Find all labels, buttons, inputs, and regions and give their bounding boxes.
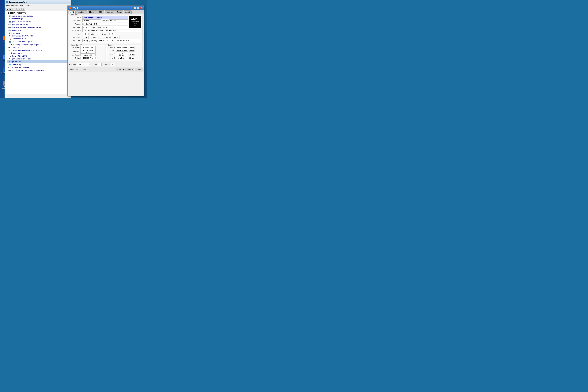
dm-help-button[interactable]: ? [13,8,16,10]
cpuz-footer-logo: CPU-Z [69,68,74,70]
dm-monitor-button[interactable]: 🖥 [22,8,25,10]
amd-model-text: 8450 [134,23,136,24]
dm-menu-file[interactable]: Файл [6,4,10,6]
list-item[interactable]: ▶ 🖥 Компьютер [7,32,71,35]
clocks-htlink-row: HT Link 1004.60 MHz [70,57,104,59]
clocks-corespeed-row: Core Speed 1054.83 MHz [70,46,104,49]
dm-expand-icon: ▶ [8,18,9,20]
list-item[interactable]: ▶ 🎮 Звуковые, игровые и видеоустройства [7,26,71,29]
tab-memory[interactable]: Memory [88,10,97,14]
list-item[interactable]: ▶ ⚙ Контроллеры IDE ATA/ATAPI [7,34,71,38]
clocks-busspeed-value: 200.92 MHz [80,54,96,56]
dm-menu-action[interactable]: Действие [11,4,18,6]
processor-spec-label: Specification [70,30,82,32]
processor-instructions-row: Instructions MMX(+), 3DNow!(+), SSE, SSE… [70,39,141,42]
cpuz-window-buttons: ─ □ ✕ [134,7,142,9]
processor-model-label: Model [89,33,95,35]
dm-menu-view[interactable]: Вид [20,4,23,6]
dm-expand-arrow: ▼ [6,12,7,14]
list-item[interactable]: ▶ 🖨 Очереди печати [7,52,71,55]
amd-logo-text: AMD⊕ [131,18,139,21]
cache-level3-row: Level 3 2 MBytes 32-way [108,57,141,59]
dm-root-icon: 🖥 [8,12,9,14]
list-item[interactable]: ▶ 💾 Дисководы гибких дисков [7,20,71,23]
list-item[interactable]: ▶ 🔌 Контроллеры USB [7,38,71,40]
dm-item-icon: 💿 [9,24,11,26]
cpuz-titlebar: Z CPU-Z ─ □ ✕ [68,6,144,10]
list-item[interactable]: ▶ 🖥 Видеоадаптеры [7,18,71,20]
tab-bench[interactable]: Bench [115,10,123,14]
list-item[interactable]: ▶ 🖱 Мыши и иные указывающие устройства [7,49,71,52]
cpuz-title-text: CPU-Z [72,7,78,9]
tab-about[interactable]: About [124,10,132,14]
dm-menu-help[interactable]: Справка [25,4,31,6]
dm-item-icon: 🔊 [9,15,11,17]
dm-item-icon: 💾 [9,20,11,23]
list-item[interactable]: ▶ 🖥 Мониторы [7,46,71,49]
cpuz-maximize-button[interactable]: □ [137,7,140,9]
cpuz-minimize-button[interactable]: ─ [134,7,136,9]
clocks-multiplier-label: Multiplier [70,50,80,52]
cpuz-title-left: Z CPU-Z [69,6,78,9]
list-item[interactable]: ▶ 💾 Контроллеры гибких дисков [7,40,71,43]
dm-item-icon: ⚙ [9,66,10,69]
dm-item-icon: 🖥 [9,46,10,49]
list-item[interactable]: ▶ ⚙ Программные устройства [7,58,71,60]
processor-family-label: Family [70,33,82,35]
cache-level2-way: 16-way [129,53,136,56]
list-item[interactable]: ▶ 💿 Дисковые устройства [7,23,71,26]
dm-item-icon: 💾 [9,40,11,43]
tab-graphics[interactable]: Graphics [104,10,115,14]
list-item[interactable]: ▶ ⚙ Процессоры [7,60,71,63]
tab-spd[interactable]: SPD [97,10,104,14]
list-item[interactable]: ▶ ⚙ Контроллеры запоминающих устройств [7,43,71,46]
cache-group-title: Cache [108,44,113,46]
dropdown-arrow-icon: ▼ [88,64,90,65]
dm-tree[interactable]: ▼ 🖥 DESKTOP-6S3KUP2 ▶ 🔊 Аудиовходы и ауд… [5,11,71,94]
processor-model-value: 2 [95,32,101,35]
processor-tech-label: Technology [70,26,82,28]
processor-maxtdp-label: Max TDP [101,20,110,22]
dm-expand-icon: ▶ [8,38,9,40]
list-item[interactable]: ▶ 🔊 Аудиовходы и аудиовыходы [7,14,71,18]
processor-stepping-value: 3 [110,32,115,35]
processor-extmodel-label: Ext. Model [89,36,98,38]
processor-package-label: Package [70,23,82,25]
dm-back-button[interactable]: ◀ [6,8,9,10]
close-button[interactable]: Close [135,68,142,71]
tools-dropdown-arrow[interactable]: ▼ [122,68,125,71]
tab-cpu[interactable]: CPU [68,10,76,14]
tools-button[interactable]: Tools [116,68,122,71]
list-item[interactable]: ▶ ⌨ Клавиатуры [7,29,71,32]
list-item[interactable]: ▶ 🎮 Устройства HID (Human Interface Devi… [7,69,71,72]
clocks-htlink-value: 1004.60 MHz [80,57,96,59]
processor-codename-row: Code Name Toliman Max TDP 96.6 W [70,20,128,22]
clocks-busspeed-row: Bus Speed 200.92 MHz [70,54,104,56]
list-item[interactable]: ▶ ⚙ Системные устройства [7,66,71,69]
clocks-multiplier-row: Multiplier x 5.25 (5.25 - 10.5) [70,49,104,54]
tab-mainboard[interactable]: Mainboard [76,10,87,14]
list-item[interactable]: ▶ 🔌 Порты (COM и LPT) [7,55,71,58]
dm-item-icon: 🎮 [9,26,11,29]
cache-l1inst-size: 3 x 64 KBytes [116,49,128,52]
dm-forward-button[interactable]: ▶ [9,8,13,10]
list-item[interactable]: ▶ 🌐 Сетевые адаптеры [7,63,71,66]
selection-label: Selection [69,64,76,66]
cache-group: Cache L1 Data 3 x 64 KBytes 2-way L1 Ins… [106,45,142,61]
dm-item-icon: 🖥 [9,18,10,20]
dm-tree-root[interactable]: ▼ 🖥 DESKTOP-6S3KUP2 [6,12,71,14]
processor-revision-value: DR-B3 [112,36,120,39]
clocks-busspeed-label: Bus Speed [70,54,80,56]
dm-item-icon: 🔌 [9,55,11,57]
validate-button[interactable]: Validate [126,68,134,71]
dm-expand-icon: ▶ [8,44,9,46]
cores-value: 3 [98,63,102,66]
processor-spec-row: Specification AMD Phenom™ 8450 Triple-Co… [70,29,141,32]
dm-properties-button[interactable]: ⊞ [17,8,21,10]
cpuz-close-button[interactable]: ✕ [140,7,142,9]
clocks-htlink-label: HT Link [70,57,80,59]
tools-button-group: Tools ▼ [116,68,125,71]
selection-dropdown[interactable]: Socket #1 ▼ [77,63,90,66]
processor-extfamily-value: 10 [83,36,88,39]
clocks-corespeed-label: Core Speed [70,46,80,48]
